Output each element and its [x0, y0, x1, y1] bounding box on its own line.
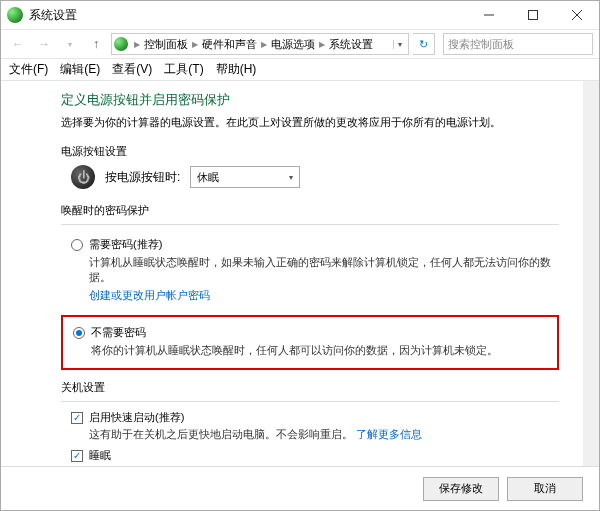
radio-require-password[interactable]: 需要密码(推荐) 计算机从睡眠状态唤醒时，如果未输入正确的密码来解除计算机锁定，… [71, 233, 559, 309]
radio-icon [73, 327, 85, 339]
chevron-right-icon: ▶ [259, 40, 269, 49]
section-shutdown: 关机设置 [61, 380, 559, 395]
cancel-button[interactable]: 取消 [507, 477, 583, 501]
search-placeholder: 搜索控制面板 [448, 37, 514, 52]
footer: 保存修改 取消 [1, 466, 599, 510]
menu-file[interactable]: 文件(F) [9, 61, 48, 78]
learn-more-link[interactable]: 了解更多信息 [356, 428, 422, 440]
select-value: 休眠 [197, 170, 219, 185]
section-power-button: 电源按钮设置 [61, 144, 559, 159]
up-button[interactable]: ↑ [85, 33, 107, 55]
checkbox-label: 睡眠 [89, 448, 111, 463]
breadcrumb-item[interactable]: 系统设置 [329, 37, 389, 52]
app-icon [7, 7, 23, 23]
breadcrumb-item[interactable]: 硬件和声音 [202, 37, 257, 52]
chevron-right-icon: ▶ [132, 40, 142, 49]
checkbox-fast-startup[interactable]: 启用快速启动(推荐) [71, 410, 559, 425]
divider [61, 224, 559, 225]
forward-button[interactable]: → [33, 33, 55, 55]
power-icon [71, 165, 95, 189]
check-icon [71, 412, 83, 424]
breadcrumb-icon [114, 37, 128, 51]
titlebar: 系统设置 [1, 1, 599, 29]
chevron-right-icon: ▶ [190, 40, 200, 49]
page-title: 定义电源按钮并启用密码保护 [61, 91, 559, 109]
back-button[interactable]: ← [7, 33, 29, 55]
checkbox-desc: 这有助于在关机之后更快地启动电脑。不会影响重启。 [89, 428, 353, 440]
power-button-select[interactable]: 休眠 ▾ [190, 166, 300, 188]
content-area: 定义电源按钮并启用密码保护 选择要为你的计算器的电源设置。在此页上对设置所做的更… [1, 81, 583, 466]
scrollbar[interactable] [583, 81, 599, 466]
checkbox-sleep[interactable]: 睡眠 [71, 448, 559, 463]
check-icon [71, 450, 83, 462]
radio-label: 需要密码(推荐) [89, 237, 162, 252]
section-wake-password: 唤醒时的密码保护 [61, 203, 559, 218]
breadcrumb-item[interactable]: 电源选项 [271, 37, 315, 52]
menu-edit[interactable]: 编辑(E) [60, 61, 100, 78]
chevron-right-icon: ▶ [317, 40, 327, 49]
svg-rect-1 [529, 11, 538, 20]
radio-label: 不需要密码 [91, 325, 146, 340]
address-bar: ← → ▾ ↑ ▶ 控制面板 ▶ 硬件和声音 ▶ 电源选项 ▶ 系统设置 ▾ ↻… [1, 29, 599, 59]
menu-help[interactable]: 帮助(H) [216, 61, 257, 78]
checkbox-label: 启用快速启动(推荐) [89, 410, 184, 425]
menu-tools[interactable]: 工具(T) [164, 61, 203, 78]
recent-dropdown[interactable]: ▾ [59, 33, 81, 55]
radio-desc: 计算机从睡眠状态唤醒时，如果未输入正确的密码来解除计算机锁定，任何人都无法访问你… [89, 255, 559, 285]
chevron-down-icon[interactable]: ▾ [393, 40, 406, 49]
window-title: 系统设置 [29, 7, 467, 24]
minimize-button[interactable] [467, 1, 511, 29]
menu-view[interactable]: 查看(V) [112, 61, 152, 78]
radio-no-password[interactable]: 不需要密码 将你的计算机从睡眠状态唤醒时，任何人都可以访问你的数据，因为计算机未… [61, 315, 559, 370]
save-button[interactable]: 保存修改 [423, 477, 499, 501]
maximize-button[interactable] [511, 1, 555, 29]
breadcrumb-item[interactable]: 控制面板 [144, 37, 188, 52]
radio-icon [71, 239, 83, 251]
breadcrumb[interactable]: ▶ 控制面板 ▶ 硬件和声音 ▶ 电源选项 ▶ 系统设置 ▾ [111, 33, 409, 55]
close-button[interactable] [555, 1, 599, 29]
menubar: 文件(F) 编辑(E) 查看(V) 工具(T) 帮助(H) [1, 59, 599, 81]
window: 系统设置 ← → ▾ ↑ ▶ 控制面板 ▶ 硬件和声音 ▶ 电源选项 ▶ 系统设… [0, 0, 600, 511]
search-input[interactable]: 搜索控制面板 [443, 33, 593, 55]
radio-desc: 将你的计算机从睡眠状态唤醒时，任何人都可以访问你的数据，因为计算机未锁定。 [91, 343, 547, 358]
page-subtext: 选择要为你的计算器的电源设置。在此页上对设置所做的更改将应用于你所有的电源计划。 [61, 115, 559, 130]
divider [61, 401, 559, 402]
chevron-down-icon: ▾ [289, 173, 293, 182]
power-button-label: 按电源按钮时: [105, 169, 180, 186]
refresh-button[interactable]: ↻ [413, 33, 435, 55]
create-password-link[interactable]: 创建或更改用户帐户密码 [89, 289, 210, 301]
